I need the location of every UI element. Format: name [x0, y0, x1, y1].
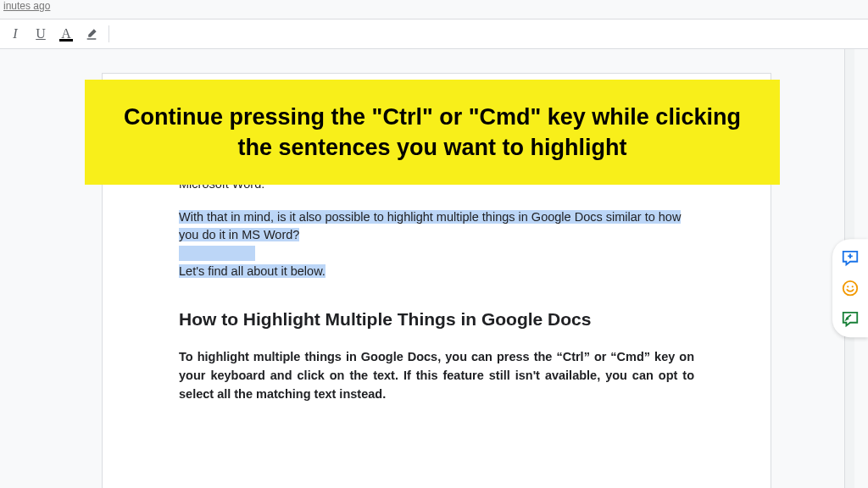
paragraph-5[interactable]: To highlight multiple things in Google D… — [179, 348, 694, 403]
highlight-color-button[interactable] — [81, 24, 102, 44]
toolbar-separator — [108, 25, 109, 42]
text-color-button[interactable]: A — [56, 24, 76, 44]
last-edit-timestamp[interactable]: inutes ago — [0, 0, 868, 19]
selection-gap — [179, 246, 694, 261]
document-heading[interactable]: How to Highlight Multiple Things in Goog… — [179, 309, 694, 330]
comment-tools-panel — [832, 239, 868, 337]
add-comment-button[interactable] — [840, 247, 860, 268]
selected-text: Let's find all about it below. — [179, 264, 326, 278]
instruction-callout: Continue pressing the "Ctrl" or "Cmd" ke… — [85, 80, 780, 185]
paragraph-3[interactable]: With that in mind, is it also possible t… — [179, 208, 694, 244]
document-canvas: Google Docs has been such an indispensab… — [0, 49, 868, 488]
underline-button[interactable]: U — [31, 24, 51, 44]
callout-text: Continue pressing the "Ctrl" or "Cmd" ke… — [119, 102, 746, 164]
italic-button[interactable]: I — [5, 24, 25, 44]
svg-point-2 — [852, 286, 854, 287]
paragraph-4[interactable]: Let's find all about it below. — [179, 263, 694, 280]
svg-point-1 — [847, 286, 849, 287]
suggest-edits-button[interactable] — [840, 308, 860, 329]
svg-point-0 — [843, 281, 858, 296]
selected-text: With that in mind, is it also possible t… — [179, 210, 681, 241]
formatting-toolbar: I U A — [0, 19, 868, 49]
add-emoji-button[interactable] — [840, 278, 860, 298]
